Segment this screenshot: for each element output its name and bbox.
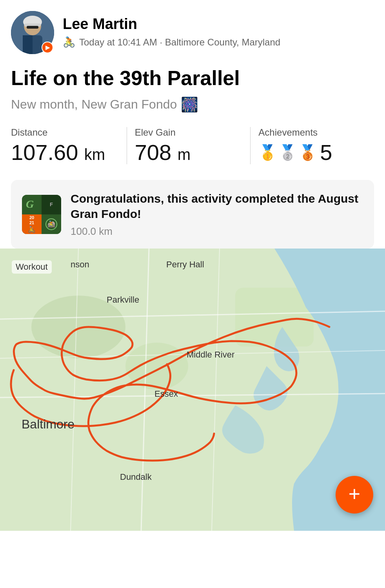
achievements-label: Achievements (258, 127, 318, 138)
silver-medal-icon: 🥈 (278, 144, 297, 161)
post-meta: Lee Martin 🚴 Today at 10:41 AM · Baltimo… (63, 16, 374, 49)
activity-subtitle: New month, New Gran Fondo 🎆 (11, 96, 374, 113)
elevation-stat: Elev Gain 708 m (135, 127, 251, 165)
workout-label: Workout (12, 260, 52, 274)
elevation-value: 708 m (135, 140, 243, 165)
map-label-parkville: Parkville (107, 295, 139, 305)
stats-row: Distance 107.60 km Elev Gain 708 m Achie… (11, 127, 374, 165)
badge-q1: G (22, 195, 42, 214)
user-name[interactable]: Lee Martin (63, 16, 374, 33)
svg-text:G: G (26, 198, 34, 210)
map-label-essex: Essex (154, 389, 178, 399)
achievement-banner[interactable]: G F 20 21 🚴 🚵 Congratulations, this acti… (11, 180, 374, 249)
post-time-location: Today at 10:41 AM · Baltimore County, Ma… (79, 36, 280, 49)
map-label-person: nson (71, 260, 89, 270)
map-container[interactable]: Workout nson Perry Hall Parkville Middle… (0, 249, 385, 531)
map-label-dundalk: Dundalk (120, 472, 152, 482)
badge-q3: 20 21 🚴 (22, 214, 42, 234)
achievement-title: Congratulations, this activity completed… (71, 191, 363, 221)
map-background: Workout nson Perry Hall Parkville Middle… (0, 249, 385, 531)
fab-plus-icon: + (349, 484, 360, 504)
strava-arrow-icon: ▶ (45, 45, 50, 50)
svg-rect-6 (23, 35, 33, 54)
post-details: 🚴 Today at 10:41 AM · Baltimore County, … (63, 36, 374, 49)
bronze-medal-icon: 🥉 (298, 144, 317, 161)
achievement-badge-icon: G F 20 21 🚴 🚵 (22, 195, 61, 234)
achievement-text: Congratulations, this activity completed… (71, 191, 363, 238)
fireworks-emoji: 🎆 (181, 96, 198, 113)
fab-button[interactable]: + (336, 476, 373, 514)
map-label-perry-hall: Perry Hall (166, 260, 204, 270)
post-container: ▶ Lee Martin 🚴 Today at 10:41 AM · Balti… (0, 0, 385, 249)
badge-q4: 🚵 (42, 214, 61, 234)
strava-badge: ▶ (42, 42, 53, 53)
gold-medal-icon: 🥇 (258, 144, 277, 161)
elevation-label: Elev Gain (135, 127, 243, 138)
map-label-baltimore: Baltimore (22, 417, 74, 432)
achievement-distance: 100.0 km (71, 225, 363, 238)
bike-icon: 🚴 (63, 36, 75, 48)
distance-label: Distance (11, 127, 119, 138)
medals-and-count: 🥇 🥈 🥉 5 (258, 140, 332, 165)
distance-stat: Distance 107.60 km (11, 127, 127, 165)
distance-value: 107.60 km (11, 140, 119, 165)
badge-q2: F (42, 195, 61, 214)
svg-point-11 (31, 296, 125, 358)
achievements-stat: Achievements 🥇 🥈 🥉 5 (258, 127, 374, 165)
map-label-middle-river: Middle River (187, 350, 234, 360)
activity-title[interactable]: Life on the 39th Parallel (11, 67, 374, 90)
post-header: ▶ Lee Martin 🚴 Today at 10:41 AM · Balti… (11, 11, 374, 54)
svg-text:🚵: 🚵 (47, 220, 55, 228)
svg-rect-4 (27, 26, 38, 29)
avatar-wrapper[interactable]: ▶ (11, 11, 54, 54)
achievements-count: 5 (320, 140, 332, 165)
